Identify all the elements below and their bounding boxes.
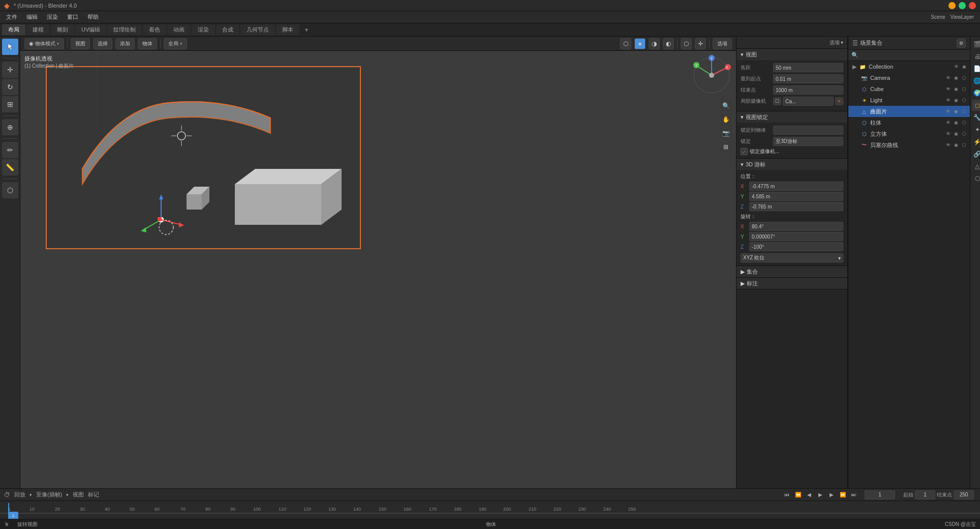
- tab-layout[interactable]: 布局: [2, 24, 25, 35]
- constraints-props-icon[interactable]: 🔗: [972, 149, 981, 160]
- titlebar-controls[interactable]: [948, 2, 976, 9]
- mode-select[interactable]: ◉ 物体模式 ▾: [24, 38, 64, 49]
- object-menu[interactable]: 物体: [138, 38, 157, 49]
- menu-render[interactable]: 渲染: [43, 12, 62, 22]
- outliner-item-bezier[interactable]: 〜 贝塞尔曲线 👁 ◉ ⬡: [848, 139, 970, 151]
- camera-render-icon[interactable]: ◉: [953, 74, 960, 81]
- outliner-item-cube[interactable]: ⬡ Cube 👁 ◉ ⬡: [848, 83, 970, 95]
- viewport-3d[interactable]: 摄像机透视 (1) Collection | 曲面片 X Y: [20, 51, 736, 488]
- menu-edit[interactable]: 编辑: [22, 12, 42, 22]
- jump-end-button[interactable]: ⏭: [849, 490, 859, 499]
- surface-vis-icon[interactable]: 👁: [944, 108, 952, 115]
- lock-camera-checkbox[interactable]: ✓: [741, 148, 748, 155]
- menu-window[interactable]: 窗口: [63, 12, 82, 22]
- global-select[interactable]: 全局 ▾: [164, 38, 187, 49]
- camera-view-button[interactable]: 📷: [720, 127, 732, 139]
- collection-section-header[interactable]: ▶ 集合: [737, 266, 847, 277]
- tab-compositing[interactable]: 合成: [216, 24, 239, 35]
- next-keyframe-button[interactable]: ⏩: [838, 490, 847, 499]
- end-frame-input[interactable]: 250: [954, 490, 974, 499]
- tab-scripting[interactable]: 脚本: [276, 24, 299, 35]
- cube-select-icon[interactable]: ⬡: [961, 85, 968, 93]
- local-camera-checkbox[interactable]: ☐: [773, 97, 781, 105]
- maximize-button[interactable]: [959, 2, 966, 9]
- outliner-filter-button[interactable]: ⚙: [957, 39, 966, 48]
- tab-uv[interactable]: UV编辑: [75, 24, 106, 35]
- rotate-tool-button[interactable]: ↻: [2, 79, 18, 95]
- clip-start-value[interactable]: 0.01 m: [773, 74, 843, 83]
- viewport-shading-material[interactable]: ◑: [649, 38, 660, 49]
- bezier-select-icon[interactable]: ⬡: [961, 141, 968, 149]
- outliner-item-surface[interactable]: △ 曲面片 👁 ◉ ⬡: [848, 106, 970, 117]
- add-menu[interactable]: 添加: [115, 38, 135, 49]
- menu-file[interactable]: 文件: [2, 12, 21, 22]
- view-section-header[interactable]: ▾ 视图: [737, 49, 847, 60]
- close-button[interactable]: [969, 2, 976, 9]
- light-select-icon[interactable]: ⬡: [961, 97, 968, 104]
- render-props-icon[interactable]: 🎬: [972, 39, 981, 50]
- move-tool-button[interactable]: ✛: [2, 62, 18, 78]
- measure-tool-button[interactable]: 📏: [2, 159, 18, 175]
- annotation-section-header[interactable]: ▶ 标注: [737, 278, 847, 289]
- view-lock-header[interactable]: ▾ 视图锁定: [737, 111, 847, 123]
- camera-select-icon[interactable]: ⬡: [961, 74, 968, 81]
- tab-modeling[interactable]: 建模: [26, 24, 50, 35]
- cubemesh-render-icon[interactable]: ◉: [953, 130, 960, 137]
- lens-value[interactable]: 50 mm: [773, 63, 843, 72]
- view-menu[interactable]: 视图: [71, 38, 90, 49]
- start-frame-input[interactable]: 1: [915, 490, 935, 499]
- rot-z-input[interactable]: -100°: [749, 242, 843, 251]
- view-layer-props-icon[interactable]: 📄: [972, 63, 981, 74]
- camera-vis-icon[interactable]: 👁: [944, 74, 952, 81]
- cubemesh-vis-icon[interactable]: 👁: [944, 130, 952, 137]
- light-vis-icon[interactable]: 👁: [944, 97, 952, 104]
- local-camera-close-icon[interactable]: ✕: [835, 97, 843, 105]
- viewport-shading-solid[interactable]: ●: [634, 38, 646, 49]
- next-frame-button[interactable]: ▶: [827, 490, 836, 499]
- add-tool-button[interactable]: ⬡: [2, 182, 18, 198]
- modifier-props-icon[interactable]: 🔧: [972, 112, 981, 123]
- minimize-button[interactable]: [948, 2, 956, 9]
- collection-vis-icon[interactable]: 👁: [953, 63, 960, 70]
- collection-render-icon[interactable]: ◉: [961, 63, 968, 70]
- tab-shading[interactable]: 着色: [143, 24, 166, 35]
- pos-x-input[interactable]: -0.4775 m: [749, 182, 843, 191]
- cylinder-render-icon[interactable]: ◉: [953, 119, 960, 126]
- play-button[interactable]: ▶: [816, 490, 825, 499]
- tab-texture-paint[interactable]: 纹理绘制: [107, 24, 142, 35]
- light-render-icon[interactable]: ◉: [953, 97, 960, 104]
- rot-x-input[interactable]: 80.4°: [749, 222, 843, 231]
- select-tool-button[interactable]: [2, 39, 18, 55]
- tab-animation[interactable]: 动画: [167, 24, 191, 35]
- viewport-shading-wireframe[interactable]: ⬡: [620, 38, 631, 49]
- data-props-icon[interactable]: △: [972, 161, 981, 172]
- rot-y-input[interactable]: 0.000007°: [749, 232, 843, 241]
- viewport-shading-rendered[interactable]: ◐: [663, 38, 674, 49]
- annotate-tool-button[interactable]: ✏: [2, 142, 18, 158]
- object-props-icon[interactable]: ◻: [972, 100, 981, 111]
- outliner-search-input[interactable]: [861, 52, 967, 58]
- physics-props-icon[interactable]: ⚡: [972, 136, 981, 148]
- local-camera-value[interactable]: Ca...: [783, 97, 834, 106]
- cursor-3d-header[interactable]: ▾ 3D 游标: [737, 159, 847, 170]
- jump-start-button[interactable]: ⏮: [782, 490, 791, 499]
- outliner-item-cubemesh[interactable]: ⬡ 立方体 👁 ◉ ⬡: [848, 128, 970, 139]
- lock-to-value[interactable]: [773, 126, 843, 135]
- surface-render-icon[interactable]: ◉: [953, 108, 960, 115]
- add-workspace-button[interactable]: +: [300, 24, 313, 35]
- outliner-item-cylinder[interactable]: ⬡ 柱体 👁 ◉ ⬡: [848, 117, 970, 128]
- frame-all-button[interactable]: ⊞: [720, 141, 732, 153]
- pos-y-input[interactable]: 4.585 m: [749, 192, 843, 201]
- scene-props-icon[interactable]: 🌐: [972, 75, 981, 86]
- menu-help[interactable]: 帮助: [83, 12, 103, 22]
- tab-sculpt[interactable]: 雕刻: [51, 24, 74, 35]
- transform-tool-button[interactable]: ⊕: [2, 119, 18, 135]
- scale-tool-button[interactable]: ⊞: [2, 96, 18, 112]
- material-props-icon[interactable]: ⬡: [972, 173, 981, 184]
- options-button[interactable]: 选项: [713, 38, 732, 49]
- cylinder-vis-icon[interactable]: 👁: [944, 119, 952, 126]
- current-frame-input[interactable]: 1: [865, 490, 895, 499]
- zoom-tool-button[interactable]: 🔍: [720, 100, 732, 112]
- prev-keyframe-button[interactable]: ⏪: [793, 490, 803, 499]
- lock-value[interactable]: 至3D游标: [773, 137, 843, 146]
